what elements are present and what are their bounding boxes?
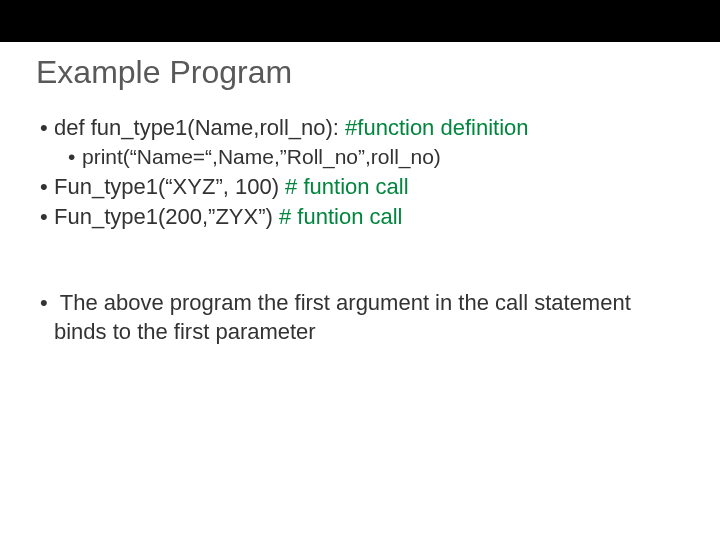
slide-content: •def fun_type1(Name,roll_no): #function …	[40, 114, 680, 348]
bullet-icon: •	[40, 203, 54, 231]
bullet-icon: •	[68, 144, 82, 171]
bullet-icon: •	[40, 289, 54, 317]
bullet-line-5: • The above program the first argument i…	[40, 289, 680, 345]
bullet-icon: •	[40, 173, 54, 201]
bullet-line-2: •print(“Name=“,Name,”Roll_no”,roll_no)	[68, 144, 680, 171]
comment-text: # funtion call	[285, 174, 409, 199]
comment-text: # funtion call	[279, 204, 403, 229]
bullet-line-3: •Fun_type1(“XYZ”, 100) # funtion call	[40, 173, 680, 201]
code-text: Fun_type1(“XYZ”, 100)	[54, 174, 285, 199]
spacer	[40, 233, 680, 289]
code-text: Fun_type1(200,”ZYX”)	[54, 204, 279, 229]
code-text: def fun_type1(Name,roll_no):	[54, 115, 345, 140]
bullet-icon: •	[40, 114, 54, 142]
code-text: print(“Name=“,Name,”Roll_no”,roll_no)	[82, 145, 441, 168]
slide: Example Program •def fun_type1(Name,roll…	[0, 0, 720, 540]
bullet-line-4: •Fun_type1(200,”ZYX”) # funtion call	[40, 203, 680, 231]
bullet-line-1: •def fun_type1(Name,roll_no): #function …	[40, 114, 680, 142]
comment-text: #function definition	[345, 115, 528, 140]
slide-title: Example Program	[36, 54, 292, 91]
top-band	[0, 0, 720, 42]
body-text: The above program the first argument in …	[54, 290, 631, 343]
